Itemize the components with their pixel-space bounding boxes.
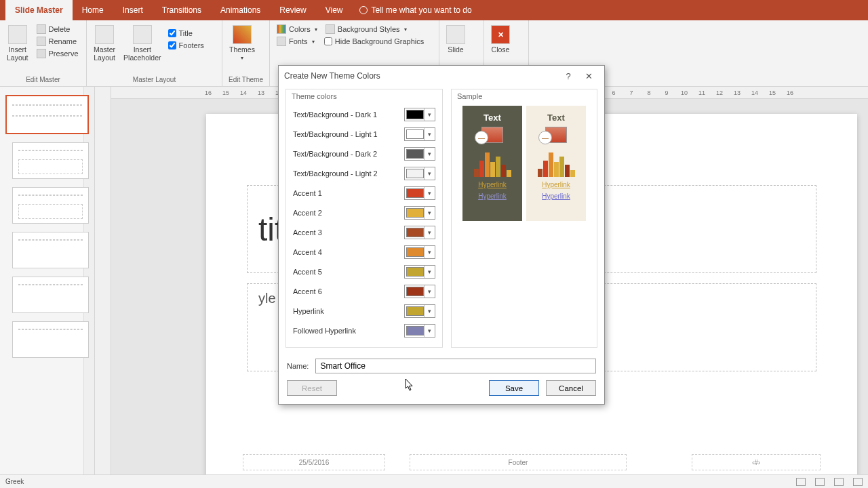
sample-legend: Sample — [457, 92, 482, 100]
reset-button[interactable]: Reset — [287, 380, 337, 396]
color-swatch — [406, 110, 424, 119]
color-label: Followed Hyperlink — [293, 327, 356, 335]
close-master-button[interactable]: ✕ Close — [488, 22, 513, 54]
slide-thumb-layout[interactable] — [12, 321, 89, 358]
insert-layout-button[interactable]: Insert Layout — [4, 22, 31, 62]
master-layout-icon — [95, 25, 114, 44]
preserve-button[interactable]: Preserve — [34, 48, 81, 59]
themes-button[interactable]: Themes ▾ — [226, 22, 258, 61]
tab-slide-master[interactable]: Slide Master — [5, 0, 73, 20]
chevron-down-icon: ▾ — [424, 305, 435, 317]
color-picker-button[interactable]: ▾ — [404, 304, 435, 318]
cancel-button[interactable]: Cancel — [546, 380, 596, 396]
chevron-down-icon: ▾ — [315, 26, 317, 33]
color-swatch — [406, 188, 424, 198]
footer-placeholder[interactable]: Footer — [410, 454, 627, 470]
theme-color-row: Accent 3 ▾ — [293, 222, 435, 242]
slide-thumb-layout[interactable] — [12, 187, 89, 224]
bg-styles-icon — [326, 24, 335, 34]
master-layout-button[interactable]: Master Layout — [91, 22, 118, 62]
slide-thumb-layout[interactable] — [12, 232, 89, 268]
color-picker-button[interactable]: ▾ — [404, 245, 435, 259]
tell-me-search[interactable]: Tell me what you want to do — [353, 0, 479, 20]
themes-icon — [233, 25, 252, 44]
group-label-master-layout: Master Layout — [91, 75, 218, 86]
chevron-down-icon: ▾ — [424, 148, 435, 160]
footers-checkbox[interactable]: Footers — [167, 40, 205, 51]
delete-button[interactable]: Delete — [34, 24, 81, 35]
color-label: Accent 3 — [293, 228, 322, 237]
color-picker-button[interactable]: ▾ — [404, 206, 435, 220]
status-language[interactable]: Greek — [5, 478, 24, 485]
color-picker-button[interactable]: ▾ — [404, 186, 435, 200]
insert-layout-icon — [8, 25, 27, 44]
theme-color-row: Hyperlink ▾ — [293, 301, 435, 321]
help-button[interactable]: ? — [558, 71, 578, 81]
color-label: Accent 2 — [293, 209, 322, 217]
color-picker-button[interactable]: ▾ — [404, 167, 435, 180]
color-label: Accent 5 — [293, 268, 322, 276]
view-slideshow-button[interactable] — [853, 478, 863, 486]
theme-color-row: Text/Background - Light 1 ▾ — [293, 124, 435, 144]
color-swatch — [406, 208, 424, 218]
fonts-dropdown[interactable]: Fonts▾ — [274, 36, 320, 47]
group-label-edit-theme: Edit Theme — [226, 75, 265, 86]
save-button[interactable]: Save — [489, 380, 539, 396]
background-styles-dropdown[interactable]: Background Styles▾ — [323, 24, 425, 35]
insert-placeholder-button[interactable]: Insert Placeholder — [121, 22, 163, 62]
theme-color-row: Text/Background - Dark 1 ▾ — [293, 104, 435, 124]
color-swatch — [406, 287, 424, 296]
theme-color-row: Accent 6 ▾ — [293, 281, 435, 301]
slide-thumb-layout[interactable] — [12, 277, 89, 313]
theme-colors-group: Theme colors Text/Background - Dark 1 ▾ … — [285, 89, 443, 348]
color-label: Text/Background - Dark 1 — [293, 110, 377, 119]
slide-thumb-master[interactable] — [5, 95, 89, 134]
color-swatch — [406, 326, 424, 336]
chevron-down-icon: ▾ — [424, 207, 435, 219]
theme-name-input[interactable] — [315, 359, 596, 373]
view-sorter-button[interactable] — [815, 478, 825, 486]
colors-dropdown[interactable]: Colors▾ — [274, 24, 320, 35]
theme-color-row: Accent 2 ▾ — [293, 203, 435, 222]
preserve-icon — [37, 49, 46, 58]
tab-view[interactable]: View — [316, 0, 353, 20]
status-bar: Greek — [0, 474, 868, 488]
tab-transitions[interactable]: Transitions — [153, 0, 211, 20]
chevron-down-icon: ▾ — [424, 285, 435, 298]
color-picker-button[interactable]: ▾ — [404, 265, 435, 279]
hide-bg-checkbox[interactable]: Hide Background Graphics — [323, 36, 425, 47]
color-swatch — [406, 149, 424, 159]
chevron-down-icon: ▾ — [424, 325, 435, 337]
tab-insert[interactable]: Insert — [113, 0, 153, 20]
color-picker-button[interactable]: ▾ — [404, 324, 435, 338]
title-checkbox[interactable]: Title — [167, 28, 205, 39]
chevron-down-icon: ▾ — [241, 55, 243, 61]
close-icon: ✕ — [491, 25, 510, 44]
color-label: Hyperlink — [293, 307, 324, 315]
color-swatch — [406, 247, 424, 257]
color-picker-button[interactable]: ▾ — [404, 127, 435, 141]
tab-review[interactable]: Review — [270, 0, 315, 20]
create-theme-colors-dialog: Create New Theme Colors ? ✕ Theme colors… — [278, 65, 605, 405]
sample-preview-dark: Text — Hyperlink Hyperlink — [462, 106, 522, 221]
tab-animations[interactable]: Animations — [211, 0, 270, 20]
date-placeholder[interactable]: 25/5/2016 — [243, 454, 385, 470]
rename-button[interactable]: Rename — [34, 36, 81, 47]
slide-thumb-layout[interactable] — [12, 142, 89, 179]
sample-group: Sample Text — Hyperlink Hyperlink Text —… — [451, 89, 597, 348]
ribbon-tabs: Slide Master Home Insert Transitions Ani… — [0, 0, 868, 20]
color-picker-button[interactable]: ▾ — [404, 108, 435, 121]
slide-thumbnails-panel[interactable] — [0, 87, 95, 474]
view-reading-button[interactable] — [834, 478, 844, 486]
close-dialog-button[interactable]: ✕ — [578, 71, 599, 81]
slide-number-placeholder[interactable]: ‹#› — [692, 454, 821, 470]
color-picker-button[interactable]: ▾ — [404, 147, 435, 161]
color-picker-button[interactable]: ▾ — [404, 226, 435, 239]
group-label-edit-master: Edit Master — [4, 75, 82, 86]
vertical-ruler — [95, 87, 111, 474]
colors-icon — [277, 24, 286, 34]
tab-home[interactable]: Home — [73, 0, 113, 20]
color-picker-button[interactable]: ▾ — [404, 285, 435, 298]
view-normal-button[interactable] — [796, 478, 806, 486]
slide-size-button[interactable]: Slide — [443, 22, 468, 54]
